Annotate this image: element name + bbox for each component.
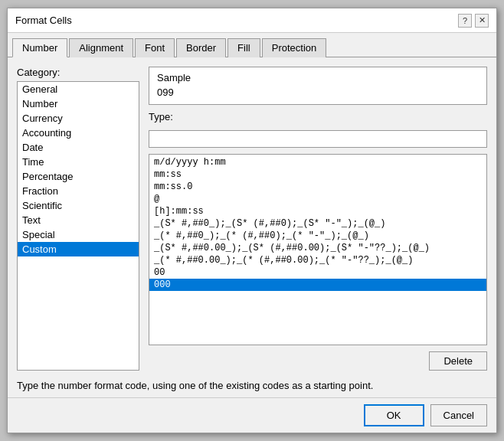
delete-button[interactable]: Delete: [429, 351, 487, 371]
cancel-button[interactable]: Cancel: [430, 404, 487, 426]
category-item-fraction[interactable]: Fraction: [18, 184, 139, 198]
type-input-wrapper: 000: [149, 130, 487, 148]
format-cells-dialog: Format Cells ? ✕ Number Alignment Font B…: [7, 8, 497, 433]
category-item-general[interactable]: General: [18, 82, 139, 96]
tab-alignment[interactable]: Alignment: [69, 38, 133, 57]
format-item-8[interactable]: _(S* #,##0.00_);_(S* (#,##0.00);_(S* "-"…: [149, 242, 486, 254]
right-panel: Sample 099 Type: 000 m/d/yyyy h:mm mm:ss…: [149, 67, 487, 371]
format-list-container[interactable]: m/d/yyyy h:mm mm:ss mm:ss.0 @ [h]:mm:ss …: [149, 154, 487, 345]
format-item-2[interactable]: mm:ss: [149, 168, 486, 181]
tab-number[interactable]: Number: [12, 38, 67, 57]
left-panel: Category: General Number Currency Accoun…: [17, 67, 139, 371]
sample-value: 099: [157, 87, 479, 98]
close-button[interactable]: ✕: [475, 14, 489, 28]
sample-section: Sample 099: [149, 67, 487, 105]
tab-protection[interactable]: Protection: [262, 38, 327, 57]
format-item-4[interactable]: @: [149, 193, 486, 205]
help-button[interactable]: ?: [458, 14, 472, 28]
category-label: Category:: [17, 67, 139, 78]
category-item-currency[interactable]: Currency: [18, 111, 139, 126]
category-item-number[interactable]: Number: [18, 96, 139, 111]
category-item-date[interactable]: Date: [18, 140, 139, 155]
category-item-accounting[interactable]: Accounting: [18, 126, 139, 140]
tabs-row: Number Alignment Font Border Fill Protec…: [8, 33, 496, 57]
format-item-9[interactable]: _(* #,##0.00_);_(* (#,##0.00);_(* "-"??_…: [149, 254, 486, 266]
title-bar: Format Cells ? ✕: [8, 8, 496, 33]
format-item-1[interactable]: m/d/yyyy h:mm: [149, 156, 486, 168]
sample-label: Sample: [157, 72, 479, 83]
category-item-time[interactable]: Time: [18, 155, 139, 169]
type-input[interactable]: [149, 130, 487, 148]
ok-button[interactable]: OK: [364, 404, 424, 426]
category-list[interactable]: General Number Currency Accounting Date …: [17, 81, 139, 371]
tab-font[interactable]: Font: [135, 38, 175, 57]
category-item-special[interactable]: Special: [18, 227, 139, 242]
format-list: m/d/yyyy h:mm mm:ss mm:ss.0 @ [h]:mm:ss …: [149, 155, 486, 292]
format-item-7[interactable]: _(* #,##0_);_(* (#,##0);_(* "-"_);_(@_): [149, 230, 486, 242]
bottom-buttons: OK Cancel: [8, 397, 496, 433]
tab-border[interactable]: Border: [176, 38, 226, 57]
format-item-5[interactable]: [h]:mm:ss: [149, 205, 486, 217]
hint-text: Type the number format code, using one o…: [8, 380, 496, 391]
format-item-11[interactable]: 000: [149, 279, 486, 291]
category-item-percentage[interactable]: Percentage: [18, 169, 139, 184]
dialog-title: Format Cells: [15, 15, 72, 26]
category-item-custom[interactable]: Custom: [18, 242, 139, 256]
format-item-10[interactable]: 00: [149, 266, 486, 279]
delete-row: Delete: [149, 351, 487, 371]
category-item-text[interactable]: Text: [18, 213, 139, 227]
tab-fill[interactable]: Fill: [227, 38, 260, 57]
main-content: Category: General Number Currency Accoun…: [8, 57, 496, 380]
type-label: Type:: [149, 111, 487, 122]
format-item-6[interactable]: _(S* #,##0_);_(S* (#,##0);_(S* "-"_);_(@…: [149, 217, 486, 230]
category-item-scientific[interactable]: Scientific: [18, 198, 139, 213]
format-item-3[interactable]: mm:ss.0: [149, 181, 486, 193]
title-bar-controls: ? ✕: [458, 14, 489, 28]
